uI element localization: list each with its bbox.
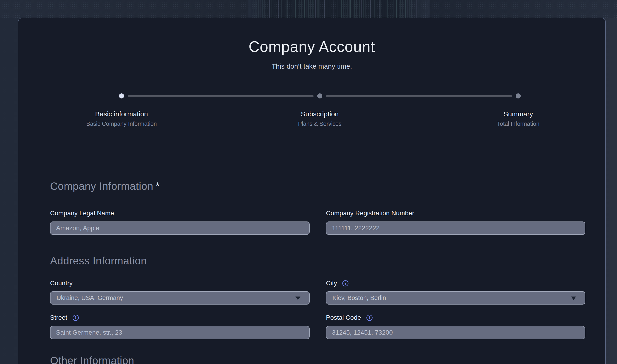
postal-code-label: Postal Code	[326, 314, 585, 321]
section-heading-text: Address Information	[50, 255, 147, 267]
postal-code-input[interactable]	[326, 326, 585, 339]
required-asterisk: *	[156, 180, 160, 192]
step-subscription: Subscription Plans & Services	[239, 110, 400, 127]
label-text: Street	[50, 314, 67, 321]
city-select-value: Kiev, Boston, Berlin	[332, 294, 386, 301]
country-label: Country	[50, 280, 310, 287]
label-text: Country	[50, 280, 73, 287]
country-select[interactable]: Ukraine, USA, Germany	[50, 291, 310, 305]
company-legal-name-input[interactable]	[50, 221, 310, 235]
step-title: Basic information	[41, 110, 202, 118]
company-registration-number-label: Company Registration Number	[326, 209, 585, 217]
label-text: Company Registration Number	[326, 209, 414, 217]
page-title: Company Account	[18, 38, 605, 55]
field-postal-code: Postal Code	[326, 314, 585, 339]
step-title: Subscription	[239, 110, 400, 118]
label-text: City	[326, 280, 337, 287]
field-city: City Kiev, Boston, Berlin	[326, 280, 585, 305]
step-dot-summary	[516, 93, 521, 98]
info-icon[interactable]	[342, 280, 349, 287]
section-heading-address-information: Address Information	[50, 255, 147, 267]
field-company-legal-name: Company Legal Name	[50, 209, 310, 235]
info-icon[interactable]	[366, 314, 373, 321]
matrix-rain-graphic	[248, 0, 429, 18]
step-title: Summary	[438, 110, 599, 118]
country-select-value: Ukraine, USA, Germany	[56, 294, 123, 301]
city-label: City	[326, 280, 585, 287]
section-heading-text: Other Information	[50, 355, 134, 364]
step-connector	[326, 95, 512, 97]
field-street: Street	[50, 314, 310, 339]
step-basic-information: Basic information Basic Company Informat…	[41, 110, 202, 127]
label-text: Postal Code	[326, 314, 361, 321]
street-input[interactable]	[50, 326, 310, 339]
section-heading-text: Company Information	[50, 180, 153, 192]
step-dot-basic	[119, 93, 124, 98]
step-subtitle: Total Information	[438, 120, 599, 127]
city-select[interactable]: Kiev, Boston, Berlin	[326, 291, 585, 305]
step-subtitle: Plans & Services	[239, 120, 400, 127]
step-connector	[128, 95, 314, 97]
chevron-down-icon	[571, 297, 576, 300]
field-country: Country Ukraine, USA, Germany	[50, 280, 310, 305]
page-subtitle: This don’t take many time.	[18, 63, 605, 70]
step-dot-subscription	[317, 93, 322, 98]
hero-background	[0, 0, 617, 18]
company-registration-number-input[interactable]	[326, 221, 585, 235]
chevron-down-icon	[295, 297, 300, 300]
section-heading-other-information: Other Information	[50, 354, 134, 364]
section-heading-company-information: Company Information*	[50, 180, 160, 192]
label-text: Company Legal Name	[50, 209, 114, 217]
info-icon[interactable]	[72, 314, 79, 321]
screen: Company Account This don’t take many tim…	[0, 0, 617, 364]
street-label: Street	[50, 314, 310, 321]
company-account-card: Company Account This don’t take many tim…	[18, 18, 606, 364]
field-company-registration-number: Company Registration Number	[326, 209, 585, 235]
company-legal-name-label: Company Legal Name	[50, 209, 310, 217]
step-summary: Summary Total Information	[438, 110, 599, 127]
step-subtitle: Basic Company Information	[41, 120, 202, 127]
